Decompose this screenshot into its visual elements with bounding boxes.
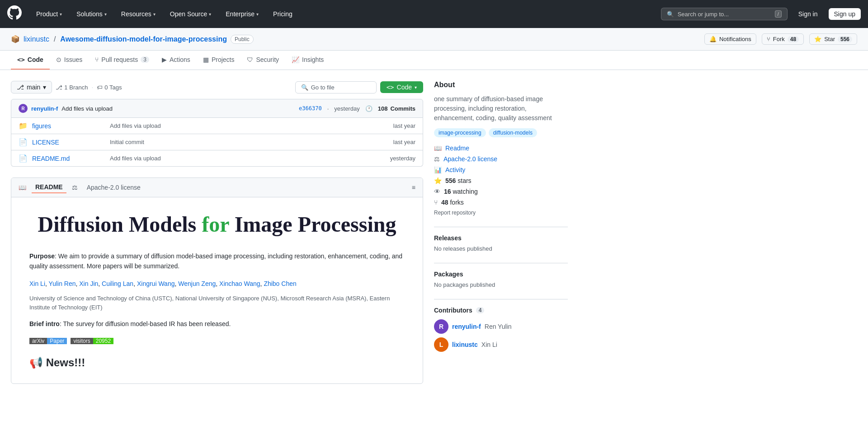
balance-icon: ⚖ [72,184,78,191]
nav-resources[interactable]: Resources ▾ [118,9,159,19]
pull-requests-badge: 3 [141,56,149,63]
book-icon: 📖 [19,184,26,191]
file-time-figures: last year [393,122,415,129]
activity-link[interactable]: 📊 Activity [434,166,568,173]
balance-icon: ⚖ [434,155,440,163]
bell-icon: 🔔 [709,36,717,42]
file-name-readme[interactable]: README.md [32,155,104,162]
commit-meta: e366370 · yesterday 🕐 108 Commits [299,105,415,112]
file-icon: 📄 [19,154,27,163]
code-icon: <> [17,56,25,63]
readme-main-title: Diffusion Models for Image Processing [38,212,396,236]
top-navigation: Product ▾ Solutions ▾ Resources ▾ Open S… [0,0,868,28]
watching-stat: 👁 16 watching [434,188,568,195]
folder-icon: 📁 [19,121,27,130]
author-xin-li[interactable]: Xin Li [29,280,45,287]
file-time-license: last year [393,139,415,145]
readme-options-icon[interactable]: ≡ [412,184,415,191]
author-xingrui-wang[interactable]: Xingrui Wang [137,280,175,287]
readme-title: Diffusion Models for Image Processing [29,212,405,237]
fork-button[interactable]: ⑂ Fork 48 [762,33,804,45]
releases-title: Releases [434,234,568,242]
nav-solutions[interactable]: Solutions ▾ [73,9,110,19]
nav-pricing[interactable]: Pricing [269,9,296,19]
commit-message: Add files via upload [61,105,113,112]
sign-in-button[interactable]: Sign in [795,9,821,19]
sidebar-divider [434,263,568,263]
author-cuiling-lan[interactable]: Cuiling Lan [102,280,133,287]
projects-icon: ▦ [203,56,209,63]
readme-tab[interactable]: README [32,182,66,193]
contributor-real-name: Xin Li [481,341,497,348]
commit-author-link[interactable]: renyulin-f [31,105,58,112]
tab-projects[interactable]: ▦ Projects [197,51,241,70]
arxiv-badge[interactable]: arXiv Paper [29,336,67,346]
file-commit-license: Initial commit [110,139,388,145]
tab-code[interactable]: <> Code [11,51,50,70]
file-commit-figures: Add files via upload [110,122,388,129]
branch-count-link[interactable]: ⎇ 1 Branch [56,84,88,91]
sidebar-divider [434,299,568,299]
tab-bar: <> Code ⊙ Issues ⑂ Pull requests 3 ▶ Act… [0,51,868,70]
search-box[interactable]: 🔍 Search or jump to... / [661,8,788,20]
repo-name-link[interactable]: Awesome-diffusion-model-for-image-proces… [60,35,227,43]
readme-authors: Xin Li, Yulin Ren, Xin Jin, Cuiling Lan,… [29,279,405,289]
nav-product[interactable]: Product ▾ [33,9,66,19]
tab-insights[interactable]: 📈 Insights [285,51,330,70]
sign-up-button[interactable]: Sign up [829,8,861,20]
releases-section: Releases No releases published [434,234,568,252]
resources-chevron-icon: ▾ [153,12,156,17]
file-name-figures[interactable]: figures [32,122,104,130]
insights-icon: 📈 [292,56,299,63]
report-repository-link[interactable]: Report repository [434,210,568,216]
tab-actions[interactable]: ▶ Actions [156,51,197,70]
packages-empty: No packages published [434,281,568,288]
code-angle-icon: <> [387,84,394,91]
file-row: 📄 LICENSE Initial commit last year [11,134,423,150]
forks-stat: ⑂ 48 forks [434,199,568,206]
repo-owner-link[interactable]: lixinustc [24,35,49,43]
tab-pull-requests[interactable]: ⑂ Pull requests 3 [89,51,156,70]
license-tab[interactable]: Apache-2.0 license [83,182,144,193]
visibility-badge: Public [231,35,254,44]
about-description: one summary of diffusion-based image pro… [434,94,568,123]
commits-count-link[interactable]: 108 Commits [378,105,415,112]
code-button[interactable]: <> Code ▾ [380,81,423,93]
sidebar-divider [434,227,568,227]
author-xinchao-wang[interactable]: Xinchao Wang [219,280,260,287]
readme-section: 📖 README ⚖ Apache-2.0 license ≡ Diffusio… [11,177,423,384]
topic-image-processing[interactable]: image-processing [434,128,486,137]
nav-open-source[interactable]: Open Source ▾ [166,9,215,19]
search-icon: 🔍 [667,11,674,18]
notifications-button[interactable]: 🔔 Notifications [704,33,756,45]
file-name-license[interactable]: LICENSE [32,139,104,146]
contributor-username[interactable]: lixinustc [452,341,478,348]
readme-body: Diffusion Models for Image Processing Pu… [11,197,423,383]
fork-icon: ⑂ [767,36,770,42]
file-commit-readme: Add files via upload [110,155,385,162]
readme-link[interactable]: 📖 Readme [434,145,568,152]
tags-count-link[interactable]: 🏷 0 Tags [97,84,122,91]
author-yulin-ren[interactable]: Yulin Ren [49,280,76,287]
commit-hash[interactable]: e366370 [299,105,322,112]
nav-enterprise[interactable]: Enterprise ▾ [222,9,262,19]
author-xin-jin[interactable]: Xin Jin [79,280,98,287]
tab-issues[interactable]: ⊙ Issues [50,51,89,70]
tab-security[interactable]: 🛡 Security [241,51,285,70]
stars-stat: ⭐ 556 stars [434,177,568,184]
topic-diffusion-models[interactable]: diffusion-models [489,128,537,137]
author-wenjun-zeng[interactable]: Wenjun Zeng [178,280,216,287]
contributor-username[interactable]: renyulin-f [452,323,481,330]
star-icon: ⭐ [434,177,442,184]
license-link[interactable]: ⚖ Apache-2.0 license [434,155,568,163]
readme-purpose: Purpose: We aim to provide a summary of … [29,251,405,271]
go-to-file-input[interactable]: 🔍 Go to file [295,81,377,93]
fork-icon: ⑂ [434,199,438,206]
contributor-item: L lixinustc Xin Li [434,337,568,352]
github-logo[interactable] [7,5,22,23]
author-zhibo-chen[interactable]: Zhibo Chen [264,280,296,287]
code-chevron-icon: ▾ [415,85,417,90]
star-button[interactable]: ⭐ Star 556 [809,33,857,45]
branch-bar: ⎇ main ▾ ⎇ 1 Branch · 🏷 0 Tags 🔍 Go to f… [11,81,423,93]
branch-selector[interactable]: ⎇ main ▾ [11,81,52,93]
